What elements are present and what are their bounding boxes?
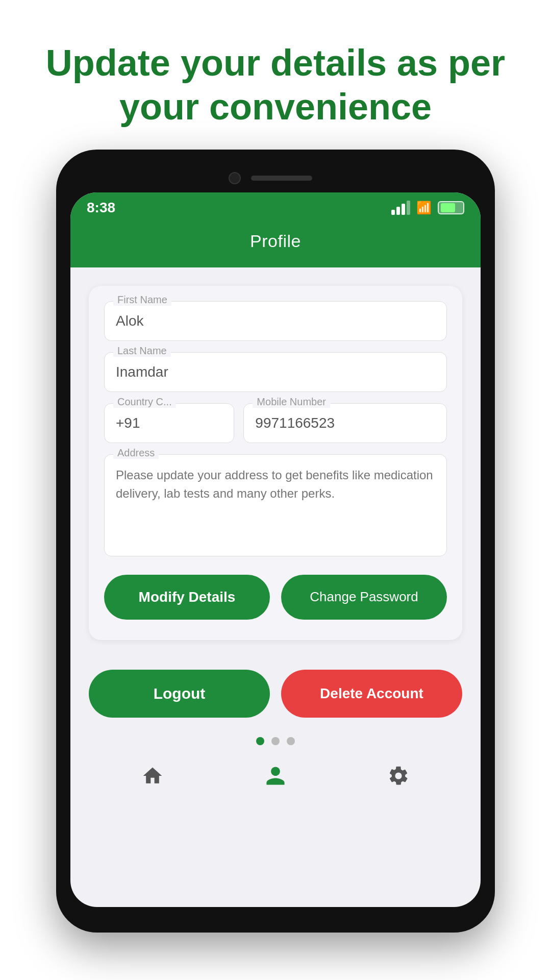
last-name-input[interactable]	[104, 352, 447, 392]
status-bar: 8:38 📶	[70, 192, 481, 221]
bottom-nav	[70, 749, 481, 807]
profile-form-card: First Name Last Name Country C... Mobile…	[89, 286, 462, 640]
phone-screen: 8:38 📶 Profile	[70, 192, 481, 907]
delete-account-button[interactable]: Delete Account	[281, 670, 462, 718]
address-input[interactable]	[104, 454, 447, 556]
app-header-title: Profile	[250, 231, 301, 251]
mobile-number-input[interactable]	[243, 403, 447, 443]
status-icons: 📶	[391, 201, 464, 215]
signal-icon	[391, 201, 410, 215]
dot-2	[271, 737, 280, 745]
app-header: Profile	[70, 221, 481, 267]
country-code-input[interactable]	[104, 403, 234, 443]
last-name-field: Last Name	[104, 352, 447, 392]
mobile-number-field: Mobile Number	[243, 403, 447, 443]
last-name-label: Last Name	[113, 345, 171, 357]
page-header: Update your details as per your convenie…	[0, 0, 551, 150]
country-code-field: Country C...	[104, 403, 234, 443]
battery-icon	[438, 201, 464, 214]
first-name-input[interactable]	[104, 301, 447, 341]
address-label: Address	[113, 447, 159, 459]
logout-button[interactable]: Logout	[89, 670, 270, 718]
phone-camera	[229, 172, 241, 184]
bottom-action-buttons: Logout Delete Account	[70, 655, 481, 728]
nav-settings[interactable]	[372, 760, 425, 792]
card-buttons: Modify Details Change Password	[104, 575, 447, 620]
mobile-number-label: Mobile Number	[253, 396, 330, 408]
home-icon	[141, 765, 164, 787]
phone-top	[70, 165, 481, 192]
main-content: First Name Last Name Country C... Mobile…	[70, 267, 481, 655]
modify-details-button[interactable]: Modify Details	[104, 575, 270, 620]
phone-row: Country C... Mobile Number	[104, 403, 447, 443]
phone-frame: 8:38 📶 Profile	[56, 150, 495, 933]
dot-1	[256, 737, 264, 745]
country-code-label: Country C...	[113, 396, 176, 408]
first-name-field: First Name	[104, 301, 447, 341]
wifi-icon: 📶	[416, 201, 432, 215]
dot-3	[287, 737, 295, 745]
nav-home[interactable]	[126, 760, 179, 792]
address-field: Address	[104, 454, 447, 558]
pagination-dots	[70, 728, 481, 749]
change-password-button[interactable]: Change Password	[281, 575, 447, 620]
page-tagline: Update your details as per your convenie…	[31, 41, 520, 129]
person-icon	[264, 765, 287, 787]
status-time: 8:38	[87, 200, 115, 216]
nav-profile[interactable]	[249, 760, 302, 792]
gear-icon	[387, 765, 410, 787]
first-name-label: First Name	[113, 294, 171, 306]
phone-speaker	[251, 176, 312, 181]
